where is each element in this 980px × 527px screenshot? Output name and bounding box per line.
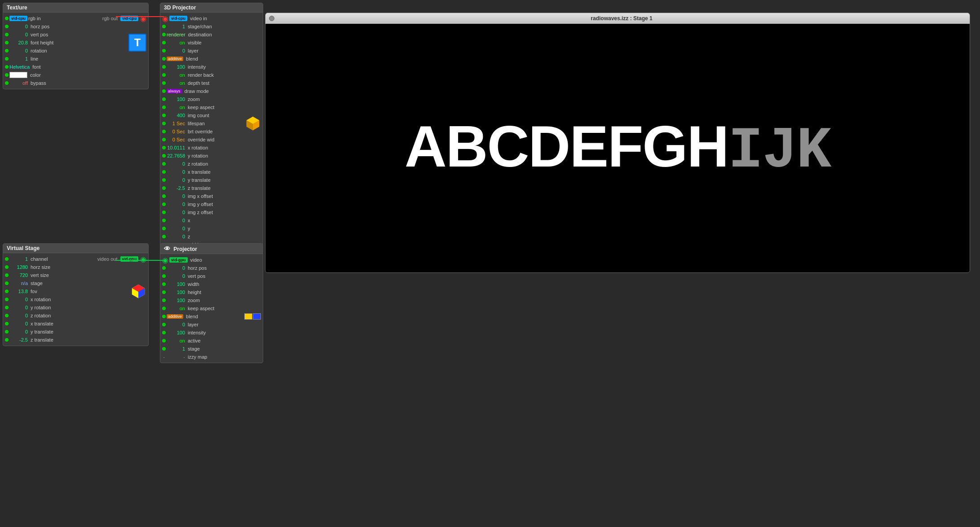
row-value[interactable]: on <box>167 105 187 110</box>
row-value[interactable]: renderer <box>167 32 187 37</box>
row-value[interactable]: 100 <box>167 298 187 303</box>
dot-indicator <box>5 290 9 293</box>
table-row: 1 stage <box>160 345 263 353</box>
3d-projector-panel: 3D Projector ◉ vid-cpu video in 1 stage/… <box>160 3 263 251</box>
projector-panel-body: ◉ vid-gpu video 0 horz pos 0 vert pos 10… <box>160 254 263 363</box>
row-label: z translate <box>188 185 261 191</box>
row-value[interactable]: on <box>167 72 187 78</box>
row-value[interactable]: 0 <box>167 193 187 199</box>
row-value[interactable]: 0 <box>167 210 187 215</box>
row-value[interactable]: 0 <box>167 322 187 327</box>
table-row: 10.0111 x rotation <box>160 144 263 152</box>
dot-indicator <box>162 219 166 222</box>
row-value[interactable]: 1 <box>167 24 187 29</box>
dot-indicator <box>162 202 166 206</box>
table-row: on visible <box>160 39 263 47</box>
table-row: 100 intensity <box>160 63 263 71</box>
row-value[interactable]: 720 <box>9 272 30 278</box>
row-value[interactable]: 100 <box>167 281 187 287</box>
row-value[interactable]: 1 <box>9 256 30 262</box>
row-value[interactable]: 100 <box>167 290 187 295</box>
row-value[interactable]: 10.0111 <box>167 145 187 150</box>
vid-cpu-chip-in[interactable]: vid-cpu <box>9 16 27 21</box>
row-value[interactable]: 0 <box>9 24 30 29</box>
row-value[interactable]: additive <box>167 314 183 319</box>
row-value[interactable]: on <box>167 40 187 45</box>
row-value[interactable]: 100 <box>167 330 187 335</box>
row-value[interactable]: 0 <box>167 202 187 207</box>
row-label: fov <box>31 289 129 294</box>
table-row: 0 x <box>160 216 263 224</box>
row-value[interactable]: 22.7658 <box>167 153 187 158</box>
3d-projector-panel-body: ◉ vid-cpu video in 1 stage/chan renderer… <box>160 13 263 250</box>
row-value[interactable]: 0 <box>9 321 30 326</box>
row-value[interactable]: 1280 <box>9 264 30 270</box>
table-row: Helvetica font <box>3 63 148 71</box>
row-value[interactable]: always <box>167 89 182 93</box>
row-label: channel <box>31 256 74 262</box>
table-row: off bypass <box>3 79 148 87</box>
row-value[interactable]: 0 <box>167 234 187 239</box>
row-value[interactable]: n/a <box>9 281 30 286</box>
row-label: destination <box>188 32 261 37</box>
row-value[interactable]: 0 <box>9 305 30 310</box>
dot-indicator <box>162 41 166 44</box>
row-value[interactable]: 0 <box>167 218 187 223</box>
vid-cpu-chip-out[interactable]: vid-cpu <box>120 16 138 21</box>
row-value[interactable]: 0 <box>167 48 187 53</box>
vid-cpu-chip[interactable]: vid-cpu <box>169 16 187 21</box>
row-value[interactable]: on <box>167 80 187 86</box>
row-value[interactable]: 100 <box>167 97 187 102</box>
row-value[interactable]: 400 <box>167 113 187 118</box>
dot-indicator <box>162 162 166 166</box>
row-value[interactable]: -2.5 <box>9 337 30 343</box>
row-value[interactable]: 0 <box>9 32 30 37</box>
table-row: vid-cpu rgb in rgb out vid-cpu ◉ <box>3 14 148 22</box>
row-value[interactable]: 13.8 <box>9 289 30 294</box>
row-value[interactable]: 0 <box>9 48 30 53</box>
table-row: 0 Sec brt override <box>160 127 263 136</box>
row-value[interactable]: off <box>9 80 30 86</box>
row-value[interactable]: 0 <box>167 265 187 271</box>
table-row: 0 img y offset <box>160 200 263 208</box>
dash-indicator: - <box>162 354 166 360</box>
dot-indicator <box>5 73 9 77</box>
row-value[interactable]: 0 Sec <box>167 129 187 134</box>
row-value[interactable]: 1 Sec <box>167 121 187 126</box>
row-value[interactable]: 0 <box>167 273 187 279</box>
table-row: 0 y <box>160 224 263 233</box>
row-value[interactable]: 1 <box>167 346 187 351</box>
row-value[interactable]: Helvetica <box>9 64 31 70</box>
table-row: 0 x translate <box>3 320 148 328</box>
row-value[interactable]: 0 <box>167 161 187 167</box>
row-value[interactable]: 1 <box>9 56 30 61</box>
row-label: x rotation <box>31 297 146 302</box>
row-value[interactable]: -2.5 <box>167 185 187 191</box>
row-value[interactable]: 0 <box>167 177 187 183</box>
table-row: 100 zoom <box>160 95 263 103</box>
row-value[interactable]: 0 Sec <box>167 137 187 142</box>
dot-indicator <box>162 25 166 28</box>
row-label: vert size <box>31 272 146 278</box>
vid-gpu-chip[interactable]: vid-gpu <box>120 256 139 262</box>
color-swatch[interactable] <box>9 72 27 78</box>
table-row: 0 img z offset <box>160 208 263 216</box>
row-label: y translate <box>31 329 146 334</box>
row-value[interactable]: 20.8 <box>9 40 30 45</box>
vid-gpu-chip[interactable]: vid-gpu <box>169 257 188 263</box>
row-value[interactable]: 0 <box>9 329 30 334</box>
row-value[interactable]: 0 <box>167 169 187 175</box>
stage-canvas: ABCDEFGHIJK <box>265 24 970 272</box>
row-value[interactable]: additive <box>167 57 183 61</box>
row-value[interactable]: 0 <box>167 226 187 231</box>
row-value[interactable]: 0 <box>9 313 30 318</box>
row-value[interactable]: on <box>167 338 187 343</box>
table-row: 0 y rotation <box>3 303 148 312</box>
row-label: blend <box>186 314 243 319</box>
traffic-light-close[interactable] <box>269 16 274 21</box>
row-value[interactable]: 100 <box>167 64 187 70</box>
row-value[interactable]: 0 <box>9 297 30 302</box>
row-value[interactable]: on <box>167 306 187 311</box>
dot-indicator <box>5 298 9 301</box>
virtual-stage-panel: Virtual Stage 1 channel video out vid-gp… <box>3 243 149 346</box>
